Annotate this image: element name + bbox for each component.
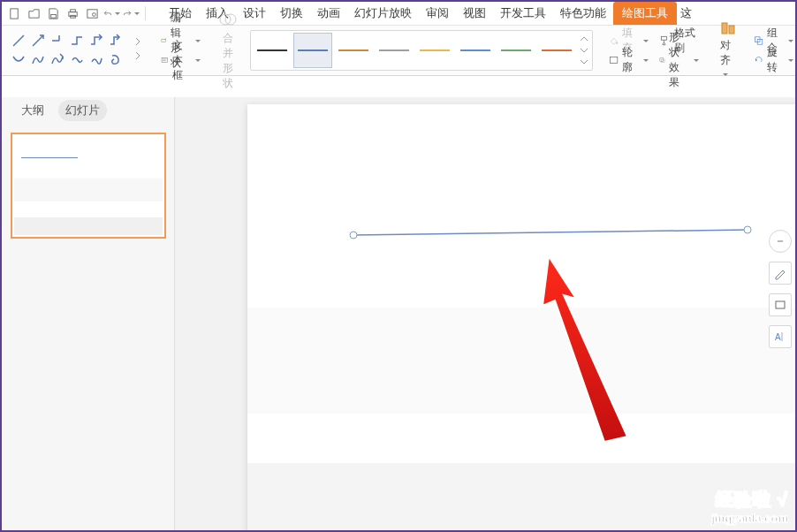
text-box-label: 文本框 — [172, 38, 189, 83]
watermark: 经验啦 √ jingyanla.com — [711, 488, 788, 525]
line-style-6[interactable] — [497, 33, 535, 68]
line-style-1[interactable] — [293, 33, 332, 68]
tab-special[interactable]: 特色功能 — [553, 2, 613, 25]
line-style-2[interactable] — [334, 33, 373, 68]
zoom-out-icon[interactable]: － — [769, 230, 792, 253]
tab-drawing-tools[interactable]: 绘图工具 — [613, 2, 677, 25]
tab-review[interactable]: 审阅 — [419, 2, 456, 25]
shape-effects-label: 形状效果 — [669, 30, 687, 90]
shapes-expand[interactable] — [129, 26, 148, 75]
merge-shapes-button: 合并形状 — [213, 26, 243, 75]
tab-transition[interactable]: 切换 — [273, 2, 310, 25]
text-box-button[interactable]: 文本框 — [157, 50, 204, 70]
svg-rect-30 — [722, 23, 727, 34]
print-icon[interactable] — [64, 4, 81, 22]
svg-line-8 — [33, 35, 43, 46]
ribbon: 编辑形状 文本框 合并形状 — [2, 25, 795, 76]
left-panel: 大纲 幻灯片 — [2, 97, 175, 530]
shapes-group — [5, 26, 129, 75]
tab-slideshow[interactable]: 幻灯片放映 — [347, 2, 419, 25]
svg-rect-28 — [660, 58, 664, 62]
line-style-7[interactable] — [537, 33, 576, 68]
svg-line-7 — [13, 35, 24, 46]
merge-shapes-label: 合并形状 — [218, 31, 238, 91]
watermark-check-icon: √ — [778, 490, 788, 509]
undo-button[interactable] — [102, 4, 120, 22]
line-handle-end[interactable] — [744, 226, 752, 234]
rect-icon[interactable] — [769, 293, 792, 316]
line-handle-start[interactable] — [350, 232, 358, 239]
svg-line-35 — [353, 230, 748, 235]
line-style-0[interactable] — [253, 33, 292, 68]
shape-effects-button[interactable]: 形状效果 — [656, 28, 702, 92]
watermark-url: jingyanla.com — [711, 512, 788, 525]
gallery-scroll[interactable] — [578, 33, 590, 68]
quick-access-toolbar — [2, 2, 153, 25]
pen-icon[interactable] — [769, 262, 792, 285]
svg-rect-37 — [776, 301, 785, 308]
tab-developer[interactable]: 开发工具 — [493, 2, 553, 25]
watermark-text: 经验啦 — [716, 490, 771, 509]
redo-button[interactable] — [122, 4, 140, 22]
tab-design[interactable]: 设计 — [236, 2, 273, 25]
outline-button[interactable]: 轮廓 — [605, 43, 652, 77]
qa-separator — [145, 6, 146, 20]
svg-rect-0 — [10, 8, 17, 18]
line-style-gallery[interactable] — [250, 30, 593, 71]
svg-rect-3 — [70, 9, 75, 11]
slide[interactable] — [247, 104, 795, 530]
svg-rect-27 — [610, 57, 617, 63]
save-icon[interactable] — [44, 4, 62, 22]
rotate-button[interactable]: 旋转 — [750, 50, 797, 70]
shapes-gallery[interactable] — [11, 33, 124, 68]
content-area: 大纲 幻灯片 — [2, 97, 795, 530]
align-button[interactable]: 对齐 — [717, 19, 740, 82]
tab-outline-view[interactable]: 大纲 — [14, 100, 51, 121]
text-style-icon[interactable]: A — [769, 325, 792, 348]
tab-overflow[interactable]: 这 — [677, 2, 692, 25]
svg-rect-31 — [729, 26, 734, 34]
align-label: 对齐 — [720, 39, 731, 66]
line-style-3[interactable] — [375, 33, 414, 68]
tab-animation[interactable]: 动画 — [310, 2, 347, 25]
svg-rect-1 — [50, 14, 56, 18]
svg-marker-34 — [755, 59, 757, 62]
new-icon[interactable] — [5, 4, 23, 22]
svg-rect-29 — [661, 59, 664, 63]
outline-label: 轮廓 — [622, 45, 637, 75]
slide-thumbnail-1[interactable] — [11, 133, 166, 239]
tab-slides-view[interactable]: 幻灯片 — [58, 100, 107, 121]
shape-line[interactable] — [247, 104, 795, 281]
svg-rect-12 — [162, 57, 167, 62]
canvas-area[interactable]: － A 经验啦 √ jingyanla.com — [175, 97, 795, 530]
preview-icon[interactable] — [83, 4, 101, 22]
svg-point-6 — [92, 12, 95, 16]
rotate-label: 旋转 — [767, 45, 782, 75]
line-style-4[interactable] — [415, 33, 454, 68]
tab-view[interactable]: 视图 — [456, 2, 493, 25]
side-tools: － A — [769, 230, 792, 348]
open-icon[interactable] — [25, 4, 42, 22]
svg-text:A: A — [775, 332, 781, 342]
line-style-5[interactable] — [456, 33, 495, 68]
